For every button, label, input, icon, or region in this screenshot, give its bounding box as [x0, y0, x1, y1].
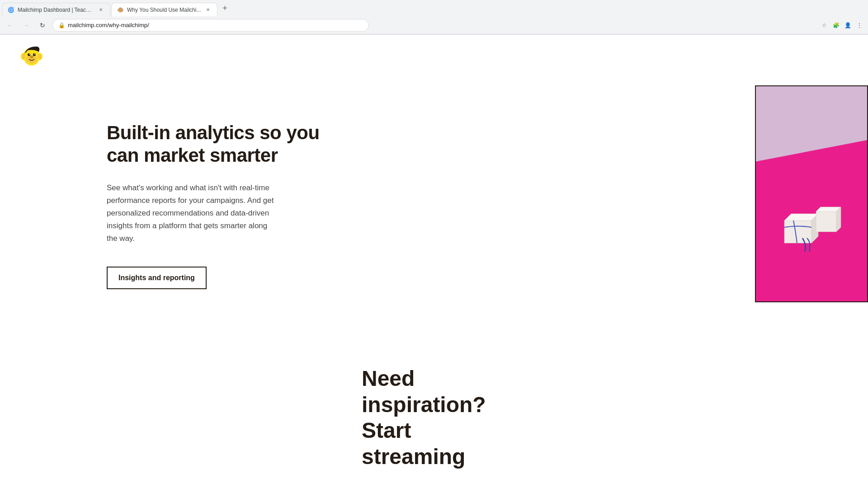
browser-toolbar: ← → ↻ 🔒 mailchimp.com/why-mailchimp/ ☆ 🧩… [0, 16, 868, 34]
tab-1-favicon: 🌀 [8, 7, 14, 13]
toolbar-right: ☆ 🧩 👤 ⋮ [819, 20, 864, 30]
back-button[interactable]: ← [4, 19, 16, 32]
tab-1-title: Mailchimp Dashboard | Teachi... [18, 7, 94, 13]
tab-1-close[interactable]: ✕ [97, 6, 104, 14]
tab-2-favicon: 🐵 [117, 7, 123, 13]
profile-icon[interactable]: 👤 [843, 20, 853, 30]
page-content: Built-in analytics so you can market sma… [0, 35, 868, 488]
forward-icon: → [23, 22, 29, 29]
svg-point-6 [28, 53, 30, 56]
svg-marker-14 [816, 211, 836, 232]
url-text: mailchimp.com/why-mailchimp/ [68, 22, 149, 28]
back-icon: ← [7, 22, 13, 29]
extensions-icon[interactable]: 🧩 [831, 20, 841, 30]
svg-point-7 [33, 53, 36, 56]
lock-icon: 🔒 [58, 22, 65, 28]
menu-icon[interactable]: ⋮ [854, 20, 864, 30]
svg-point-10 [30, 56, 33, 58]
svg-point-9 [34, 54, 35, 55]
svg-point-4 [38, 54, 42, 59]
ribbon-illustration [800, 236, 827, 254]
tab-2-close[interactable]: ✕ [204, 6, 212, 14]
new-tab-button[interactable]: + [218, 2, 231, 14]
bottom-heading: Need inspiration? Start streaming [362, 366, 520, 469]
svg-marker-16 [836, 207, 841, 232]
svg-point-8 [29, 54, 30, 55]
tab-1[interactable]: 🌀 Mailchimp Dashboard | Teachi... ✕ [2, 3, 110, 16]
svg-point-3 [22, 54, 25, 59]
content-left: Built-in analytics so you can market sma… [107, 103, 324, 289]
mailchimp-logo [18, 42, 45, 69]
main-description: See what's working and what isn't with r… [107, 182, 278, 245]
address-bar[interactable]: 🔒 mailchimp.com/why-mailchimp/ [52, 19, 369, 32]
main-heading: Built-in analytics so you can market sma… [107, 122, 324, 167]
tab-2[interactable]: 🐵 Why You Should Use Mailchi... ✕ [111, 3, 217, 16]
main-section: Built-in analytics so you can market sma… [0, 76, 868, 329]
site-header [0, 35, 868, 76]
bottom-section: Need inspiration? Start streaming [0, 329, 868, 488]
product-image-bg [756, 86, 867, 301]
forward-button[interactable]: → [20, 19, 33, 32]
browser-chrome: 🌀 Mailchimp Dashboard | Teachi... ✕ 🐵 Wh… [0, 0, 868, 35]
bookmark-icon[interactable]: ☆ [819, 20, 829, 30]
product-image-container [755, 85, 868, 302]
logo-container[interactable] [18, 42, 45, 69]
tab-2-title: Why You Should Use Mailchi... [127, 7, 201, 13]
refresh-icon: ↻ [40, 22, 45, 29]
tab-bar: 🌀 Mailchimp Dashboard | Teachi... ✕ 🐵 Wh… [0, 0, 868, 16]
insights-reporting-button[interactable]: Insights and reporting [107, 267, 207, 289]
refresh-button[interactable]: ↻ [36, 19, 49, 32]
